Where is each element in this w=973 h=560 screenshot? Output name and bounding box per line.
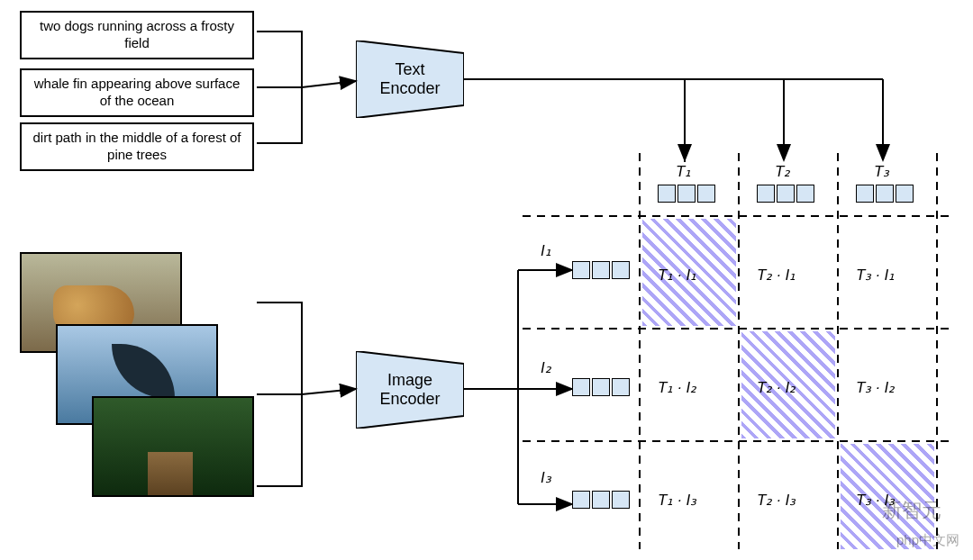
row-label-i3: I₃: [541, 468, 551, 487]
col-label-t3: T₃: [874, 162, 889, 181]
embedding-t1: [658, 185, 715, 203]
row-label-i1: I₁: [541, 241, 551, 260]
cell-0-0: T₁ · I₁: [658, 266, 696, 285]
image-stack: [20, 252, 254, 513]
cell-1-0: T₁ · I₂: [658, 378, 696, 397]
text-caption-2: whale fin appearing above surface of the…: [20, 68, 254, 117]
embedding-i3: [572, 491, 630, 509]
watermark-1: 新智元: [882, 497, 941, 524]
text-caption-1: two dogs running across a frosty field: [20, 11, 254, 59]
watermark-2: php中文网: [896, 532, 959, 549]
svg-line-2: [302, 81, 356, 87]
col-label-t2: T₂: [775, 162, 790, 181]
image-encoder: ImageEncoder: [356, 351, 464, 433]
embedding-t2: [757, 185, 814, 203]
svg-line-3: [302, 389, 356, 394]
image-thumb-3: [92, 396, 254, 497]
cell-2-1: T₂ · I₃: [757, 491, 796, 510]
embedding-i1: [572, 261, 630, 279]
image-encoder-label: ImageEncoder: [356, 371, 464, 409]
col-label-t1: T₁: [676, 162, 691, 181]
embedding-t3: [856, 185, 914, 203]
text-caption-3: dirt path in the middle of a forest of p…: [20, 122, 254, 171]
text-encoder: TextEncoder: [356, 41, 464, 122]
cell-1-2: T₃ · I₂: [856, 378, 895, 397]
text-encoder-label: TextEncoder: [356, 60, 464, 98]
row-label-i2: I₂: [541, 358, 551, 377]
cell-0-1: T₂ · I₁: [757, 266, 796, 285]
cell-0-2: T₃ · I₁: [856, 266, 895, 285]
cell-1-1: T₂ · I₂: [757, 378, 796, 397]
embedding-i2: [572, 378, 630, 396]
cell-2-0: T₁ · I₃: [658, 491, 696, 510]
